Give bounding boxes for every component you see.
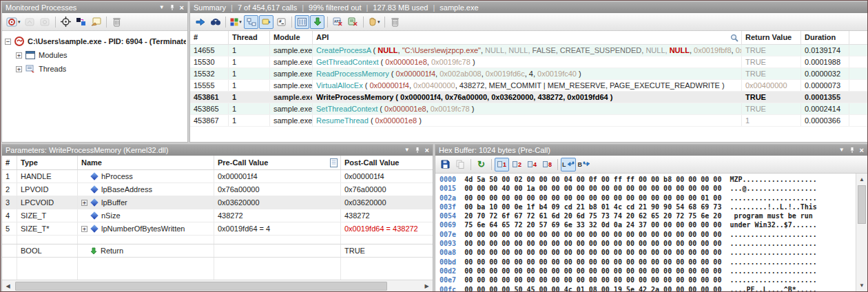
toolbar-separator xyxy=(55,17,56,28)
expand-icon[interactable]: + xyxy=(16,66,22,72)
panel-menu-icon[interactable]: ▼ xyxy=(159,4,165,11)
api-call-row[interactable]: 155321sample.exeReadProcessMemory ( 0x00… xyxy=(190,68,867,80)
big-endian-button[interactable]: B xyxy=(577,158,592,171)
refresh-button[interactable]: ↻ xyxy=(474,158,488,171)
dropdown-caret-icon: ▾ xyxy=(378,19,380,25)
api-call-row[interactable]: 155301sample.exeGetThreadContext ( 0x000… xyxy=(190,56,867,68)
save-buffer-button[interactable] xyxy=(438,158,453,171)
api-call-row[interactable]: 4538651sample.exeSetThreadContext ( 0x00… xyxy=(190,103,867,115)
expand-icon[interactable]: + xyxy=(16,52,22,59)
api-call-row[interactable]: 155551sample.exeVirtualAllocEx ( 0x00000… xyxy=(190,80,867,92)
cell-return-value: TRUE xyxy=(742,103,801,114)
delete-all-button[interactable] xyxy=(388,15,402,29)
jump-to-call-button[interactable] xyxy=(193,15,207,29)
hex-decimal-toggle-button[interactable]: # xyxy=(274,15,289,29)
tree-row-process[interactable]: − C:\Users\sample.exe - PID: 6904 - (Ter… xyxy=(5,34,186,48)
monitored-processes-toolbar: ▾ xyxy=(2,13,187,31)
scroll-right-icon[interactable]: ▶ xyxy=(421,280,433,292)
vertical-scrollbar[interactable]: ▲ ▼ xyxy=(856,174,867,291)
column-header-post-call[interactable]: Post-Call Value xyxy=(341,156,433,169)
little-endian-button[interactable]: L xyxy=(561,158,576,171)
close-icon[interactable]: × xyxy=(860,147,864,154)
column-header-thread[interactable]: Thread xyxy=(229,31,270,44)
cell-filler xyxy=(849,115,867,126)
column-header-module[interactable]: Module xyxy=(270,31,313,44)
panel-menu-icon[interactable]: ▼ xyxy=(839,147,845,154)
pause-monitoring-button[interactable]: ▾ xyxy=(366,15,382,29)
parameter-row[interactable]: 4SIZE_TnSize438272438272 xyxy=(2,209,433,222)
parameter-row[interactable]: 3LPCVOID+lpBuffer0x036200000x03620000 xyxy=(2,196,433,209)
expand-icon[interactable]: + xyxy=(81,200,87,206)
cell: 1 xyxy=(229,92,270,103)
svg-text:✕: ✕ xyxy=(353,21,358,26)
scrollbar-thumb[interactable] xyxy=(858,185,866,224)
autoscroll-button[interactable] xyxy=(310,15,324,29)
parameters-table-body: 1HANDLEhProcess0x000001f40x000001f42LPVO… xyxy=(2,170,433,280)
highlight-legend-button[interactable]: ▾ xyxy=(229,15,243,29)
toolbar-separator xyxy=(327,17,328,28)
byte-group-4-button[interactable]: 4 xyxy=(525,158,539,171)
return-row[interactable]: BOOLReturnTRUE xyxy=(2,244,433,258)
panel-menu-icon[interactable]: ▼ xyxy=(404,147,410,154)
column-header-num[interactable]: # xyxy=(190,31,229,44)
scroll-up-icon[interactable]: ▲ xyxy=(856,174,867,185)
parameter-row[interactable]: 2LPVOIDlpBaseAddress0x76a000000x76a00000 xyxy=(2,183,433,196)
title-segment: 99% filtered out xyxy=(309,3,361,12)
parameter-row[interactable]: 1HANDLEhProcess0x000001f40x000001f4 xyxy=(2,170,433,183)
search-icon[interactable] xyxy=(730,34,739,43)
decode-parameters-button[interactable] xyxy=(259,15,273,29)
column-header-return-value[interactable]: Return Value xyxy=(742,31,801,44)
api-call-row[interactable]: 4538611sample.exeWriteProcessMemory ( 0x… xyxy=(190,92,867,103)
tree-row-threads[interactable]: + Threads xyxy=(16,62,186,76)
title-separator: | xyxy=(433,3,435,12)
call-tree-button[interactable] xyxy=(244,15,258,29)
collapse-icon[interactable]: − xyxy=(5,39,11,45)
column-header-type[interactable]: Type xyxy=(17,156,78,169)
delete-process-button[interactable] xyxy=(110,15,124,29)
column-header-duration[interactable]: Duration xyxy=(801,31,849,44)
scroll-down-icon[interactable]: ▼ xyxy=(856,280,867,291)
find-button[interactable] xyxy=(208,15,223,29)
panel-title: Parameters: WriteProcessMemory (Kernel32… xyxy=(6,146,168,154)
monitor-running-process-button[interactable] xyxy=(23,15,37,29)
hex-dump-area: 0000 4d 5a 50 00 02 00 00 00 04 00 0f 00… xyxy=(435,174,867,291)
api-call-row[interactable]: 4538671sample.exeResumeThread ( 0x000001… xyxy=(190,115,867,127)
byte-group-2-button[interactable]: 2 xyxy=(510,158,524,171)
column-header-num[interactable]: # xyxy=(2,156,17,169)
title-segment: 127.83 MB used xyxy=(373,3,428,12)
api-call-row[interactable]: 146551sample.exeCreateProcessA ( NULL, "… xyxy=(190,45,867,56)
pin-icon[interactable] xyxy=(415,147,420,154)
parameter-row[interactable]: 5SIZE_T*+lpNumberOfBytesWritten0x0019fd6… xyxy=(2,222,433,236)
monitor-filtered-button[interactable] xyxy=(38,15,52,29)
column-header-pre-call[interactable]: Pre-Call Value xyxy=(214,156,341,169)
hex-row: 0015 00 00 00 40 00 1a 00 00 00 00 00 00… xyxy=(440,184,856,193)
copy-button[interactable] xyxy=(453,158,468,171)
cell xyxy=(214,236,341,244)
hex-ascii: under Win32..$7...... xyxy=(730,221,816,229)
byte-group-8-button[interactable]: 8 xyxy=(540,158,555,171)
column-header-name[interactable]: Name xyxy=(78,156,214,169)
clear-buffers-button[interactable]: ✕ xyxy=(346,15,360,29)
close-icon[interactable]: × xyxy=(180,4,184,12)
select-columns-button[interactable] xyxy=(295,15,309,29)
expand-icon[interactable]: + xyxy=(81,226,87,232)
column-header-api[interactable]: API xyxy=(313,31,742,44)
clear-calls-button[interactable]: API✕ xyxy=(331,15,345,29)
pin-icon[interactable] xyxy=(849,147,855,154)
properties-button[interactable] xyxy=(89,15,103,29)
tree-row-modules[interactable]: + Modules xyxy=(16,48,186,62)
byte-group-1-button[interactable]: 1 xyxy=(495,158,509,171)
horizontal-scrollbar[interactable]: ◀ ▶ xyxy=(2,280,433,291)
buffer-view-icon[interactable] xyxy=(330,158,338,167)
pin-icon[interactable] xyxy=(169,4,175,11)
scrollbar-thumb[interactable] xyxy=(15,282,387,291)
monitor-new-process-button[interactable]: ▾ xyxy=(5,15,22,29)
cell: 15530 xyxy=(190,56,229,67)
process-tree-button[interactable] xyxy=(74,15,88,29)
close-icon[interactable]: × xyxy=(425,147,429,154)
cell xyxy=(17,236,78,244)
scroll-left-icon[interactable]: ◀ xyxy=(2,280,14,292)
hex-dump[interactable]: 0000 4d 5a 50 00 02 00 00 00 04 00 0f 00… xyxy=(440,175,856,291)
cell-pre-call-value: 0x76a00000 xyxy=(214,183,341,196)
find-window-button[interactable] xyxy=(59,15,73,29)
